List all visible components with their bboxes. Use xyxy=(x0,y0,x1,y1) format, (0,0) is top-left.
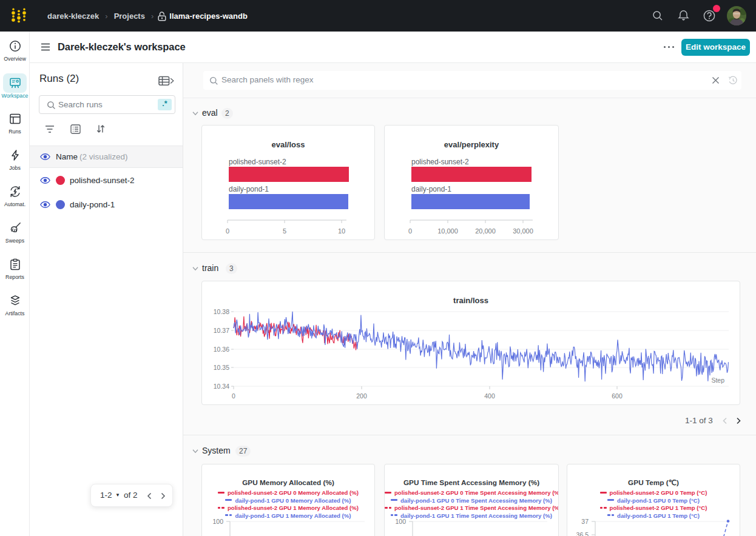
svg-text:10.34: 10.34 xyxy=(214,383,229,390)
svg-text:Step: Step xyxy=(711,377,724,384)
svg-text:36.5: 36.5 xyxy=(576,531,589,536)
svg-text:100: 100 xyxy=(212,519,223,525)
svg-text:10.35: 10.35 xyxy=(214,364,229,371)
svg-text:10.37: 10.37 xyxy=(214,327,229,334)
svg-text:600: 600 xyxy=(612,392,623,400)
svg-text:30,000: 30,000 xyxy=(513,227,533,235)
svg-text:5: 5 xyxy=(283,227,286,235)
svg-text:37: 37 xyxy=(581,519,589,525)
svg-text:10,000: 10,000 xyxy=(437,227,458,235)
svg-text:10.38: 10.38 xyxy=(214,308,229,315)
svg-text:0: 0 xyxy=(408,227,412,235)
svg-text:20,000: 20,000 xyxy=(475,227,496,235)
svg-text:400: 400 xyxy=(484,392,495,400)
svg-text:10: 10 xyxy=(338,227,345,235)
svg-text:200: 200 xyxy=(356,392,367,400)
svg-text:10.36: 10.36 xyxy=(214,346,229,353)
svg-text:0: 0 xyxy=(232,392,235,400)
svg-text:0: 0 xyxy=(226,227,229,235)
svg-text:100: 100 xyxy=(395,519,406,525)
